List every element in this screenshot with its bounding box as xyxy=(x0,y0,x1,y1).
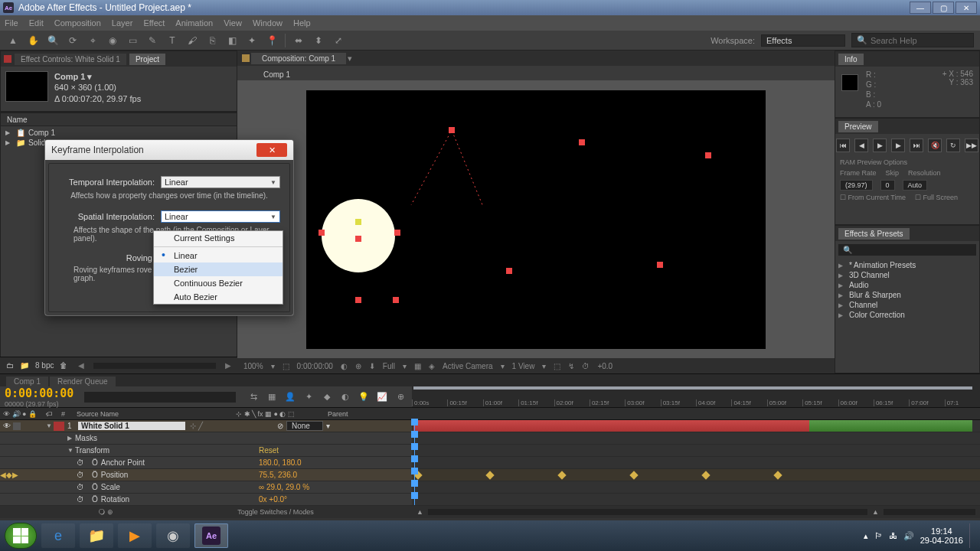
mask-tool-icon[interactable]: ▭ xyxy=(126,34,139,47)
dd-linear[interactable]: Linear xyxy=(154,249,283,262)
minimize-button[interactable]: — xyxy=(910,2,931,14)
keyframe-marker[interactable] xyxy=(394,230,400,236)
new-folder-icon[interactable]: 📁 xyxy=(20,361,29,370)
tray-arrow-icon[interactable]: ▴ xyxy=(864,531,868,541)
keyframe-marker[interactable] xyxy=(705,152,711,158)
comp-name[interactable]: Comp 1 ▾ xyxy=(54,71,141,82)
view-dropdown[interactable]: 1 View xyxy=(512,362,535,370)
goto-end-button[interactable]: ⏭ xyxy=(910,139,923,152)
timeline-tab-comp[interactable]: Comp 1 xyxy=(6,377,48,386)
search-help-input[interactable]: 🔍 Search Help xyxy=(851,33,974,47)
play-button[interactable]: ▶ xyxy=(873,139,887,152)
toggle-switches-button[interactable]: Toggle Switches / Modes xyxy=(237,508,314,516)
menu-edit[interactable]: Edit xyxy=(29,18,44,28)
loop-button[interactable]: ↻ xyxy=(946,139,960,152)
fullscreen-checkbox[interactable]: Full Screen xyxy=(923,194,959,201)
resolution-field[interactable]: Auto xyxy=(903,180,928,191)
spatial-dropdown[interactable]: Linear▼ xyxy=(161,210,280,223)
dd-bezier[interactable]: Bezier xyxy=(154,262,283,276)
prop-anchor[interactable]: Anchor Point xyxy=(98,458,259,467)
timeline-search-input[interactable] xyxy=(84,392,236,403)
current-time[interactable]: 0:00:00:00 xyxy=(5,386,74,400)
maximize-button[interactable]: ▢ xyxy=(933,2,954,14)
composition-canvas[interactable] xyxy=(306,90,766,349)
close-tab-icon[interactable] xyxy=(4,55,11,63)
composition-subtab[interactable]: Comp 1 xyxy=(253,69,301,80)
menu-effect[interactable]: Effect xyxy=(143,18,165,28)
tl-shy-icon[interactable]: 👤 xyxy=(283,390,297,404)
tl-motion-blur-icon[interactable]: ◐ xyxy=(338,390,352,404)
workspace-dropdown[interactable]: Effects xyxy=(761,34,845,47)
project-item-comp[interactable]: ▶📋 Comp 1 xyxy=(5,128,232,138)
close-window-button[interactable]: ✕ xyxy=(956,2,977,14)
menu-help[interactable]: Help xyxy=(293,18,311,28)
type-tool-icon[interactable]: T xyxy=(165,34,179,47)
axis-view-icon[interactable]: ⤢ xyxy=(332,34,345,47)
selection-handle[interactable] xyxy=(355,297,361,303)
start-button[interactable] xyxy=(5,523,37,549)
show-desktop-button[interactable] xyxy=(969,523,975,548)
selection-handle[interactable] xyxy=(393,297,399,303)
tl-icon[interactable]: ⊕ xyxy=(394,390,407,404)
project-tab[interactable]: Effect Controls: White Solid 1 xyxy=(15,54,126,65)
taskbar-ae-icon[interactable]: Ae xyxy=(194,523,228,548)
tray-network-icon[interactable]: 🖧 xyxy=(889,531,897,540)
keyframe-marker[interactable] xyxy=(318,230,325,236)
keyframe-marker[interactable] xyxy=(657,262,663,268)
fx-channel[interactable]: ▶Channel xyxy=(838,300,976,310)
axis-local-icon[interactable]: ⬌ xyxy=(292,34,305,47)
timecode[interactable]: 0:00:00:00 xyxy=(297,362,333,370)
camera-tool-icon[interactable]: ⌖ xyxy=(86,34,100,47)
selection-handle[interactable] xyxy=(355,219,361,225)
fx-blur[interactable]: ▶Blur & Sharpen xyxy=(838,290,976,300)
tl-icon[interactable]: ✦ xyxy=(302,390,315,404)
dd-auto-bezier[interactable]: Auto Bezier xyxy=(154,290,283,304)
menu-composition[interactable]: Composition xyxy=(54,18,101,28)
fx-color-correction[interactable]: ▶Color Correction xyxy=(838,310,976,320)
goto-start-button[interactable]: ⏮ xyxy=(836,139,850,152)
composition-tab[interactable]: Composition: Comp 1 xyxy=(251,53,346,64)
tl-icon[interactable]: ◆ xyxy=(320,390,334,404)
dd-current-settings[interactable]: Current Settings xyxy=(154,231,283,245)
fx-3d-channel[interactable]: ▶3D Channel xyxy=(838,270,976,280)
prop-rotation[interactable]: Rotation xyxy=(98,495,259,504)
prop-position[interactable]: Position xyxy=(98,471,259,479)
tray-volume-icon[interactable]: 🔊 xyxy=(903,531,914,541)
menu-view[interactable]: View xyxy=(224,18,242,28)
tray-flag-icon[interactable]: 🏳 xyxy=(874,531,883,540)
timeline-ruler[interactable]: 0:00s00:15f01:00f01:15f 02:00f02:15f03:0… xyxy=(412,386,980,407)
fx-animation-presets[interactable]: ▶* Animation Presets xyxy=(838,260,976,270)
puppet-tool-icon[interactable]: 📍 xyxy=(265,34,279,47)
interpret-icon[interactable]: 🗀 xyxy=(6,361,14,370)
delete-icon[interactable]: 🗑 xyxy=(60,361,67,370)
tl-brainstorm-icon[interactable]: 💡 xyxy=(357,390,371,404)
layer-color-chip[interactable] xyxy=(54,422,64,431)
from-current-checkbox[interactable]: From Current Time xyxy=(848,194,906,201)
project-column-name[interactable]: Name xyxy=(1,112,237,126)
effects-tab[interactable]: Effects & Presets xyxy=(838,228,910,240)
pen-tool-icon[interactable]: ✎ xyxy=(145,34,159,47)
composition-viewport[interactable] xyxy=(237,80,835,358)
dd-continuous-bezier[interactable]: Continuous Bezier xyxy=(154,276,283,290)
tl-graph-icon[interactable]: 📈 xyxy=(375,390,389,404)
fx-audio[interactable]: ▶Audio xyxy=(838,280,976,290)
project-tab-active[interactable]: Project xyxy=(129,54,165,65)
taskbar-chrome-icon[interactable]: ◉ xyxy=(156,523,190,548)
panbehind-tool-icon[interactable]: ◉ xyxy=(106,34,119,47)
tl-icon[interactable]: ▦ xyxy=(265,390,279,404)
exposure-value[interactable]: +0.0 xyxy=(597,362,612,370)
prop-transform[interactable]: Transform xyxy=(75,446,259,455)
zoom-tool-icon[interactable]: 🔍 xyxy=(46,34,60,47)
keyframe-marker[interactable] xyxy=(506,268,512,274)
rotate-tool-icon[interactable]: ⟳ xyxy=(66,34,80,47)
resolution-dropdown[interactable]: Full xyxy=(383,362,395,370)
keyframe-marker[interactable] xyxy=(449,127,455,133)
menu-file[interactable]: File xyxy=(5,18,18,28)
temporal-dropdown[interactable]: Linear▼ xyxy=(161,176,280,188)
prop-scale[interactable]: Scale xyxy=(98,483,259,491)
layer-name[interactable]: White Solid 1 xyxy=(78,422,185,430)
prop-masks[interactable]: Masks xyxy=(75,434,97,442)
parent-dropdown[interactable]: None xyxy=(286,421,323,431)
camera-dropdown[interactable]: Active Camera xyxy=(443,362,493,370)
roto-tool-icon[interactable]: ✦ xyxy=(245,34,259,47)
